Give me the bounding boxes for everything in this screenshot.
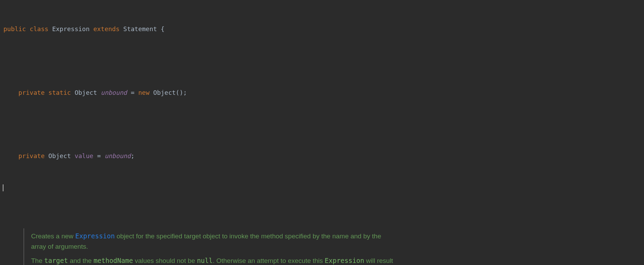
javadoc-paragraph: Creates a new Expression object for the … [31, 231, 397, 252]
brace-open: { [161, 25, 164, 33]
supertype: Statement [123, 25, 157, 33]
code-line-caret[interactable] [3, 183, 644, 193]
javadoc-paragraph: The target and the methodName values sho… [31, 256, 397, 265]
keyword-class: class [30, 25, 48, 33]
keyword-public: public [3, 25, 26, 33]
code-line-blank[interactable] [3, 119, 644, 130]
code-line[interactable]: private static Object unbound = new Obje… [3, 88, 644, 98]
keyword-new: new [138, 89, 150, 96]
code-line[interactable]: private Object value = unbound; [3, 151, 644, 162]
keyword-extends: extends [93, 25, 120, 33]
code-editor[interactable]: public class Expression extends Statemen… [0, 0, 644, 265]
field-value: value [75, 152, 93, 159]
keyword-private: private [18, 89, 45, 96]
class-name: Expression [52, 25, 89, 33]
javadoc-link-expression[interactable]: Expression [75, 232, 115, 240]
code-line[interactable]: public class Expression extends Statemen… [3, 24, 644, 35]
text-caret [3, 184, 3, 191]
field-unbound: unbound [101, 89, 127, 96]
code-line-blank[interactable] [3, 56, 644, 66]
javadoc-rendered[interactable]: Creates a new Expression object for the … [23, 228, 397, 265]
keyword-static: static [48, 89, 71, 96]
type-object: Object [75, 89, 97, 96]
keyword-private: private [18, 152, 45, 159]
type-object: Object [48, 152, 71, 159]
ref-unbound: unbound [105, 152, 131, 159]
ctor-object: Object [153, 89, 176, 96]
